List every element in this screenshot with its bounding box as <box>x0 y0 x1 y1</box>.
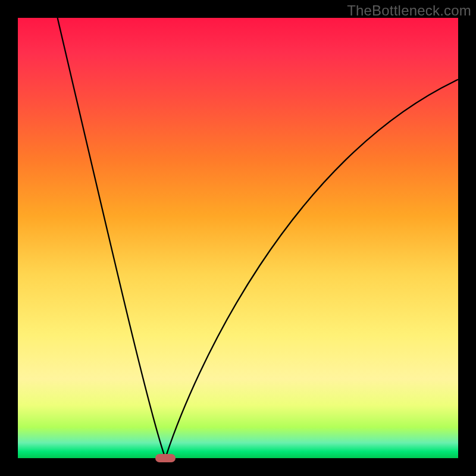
curve-path <box>58 18 458 458</box>
optimum-marker <box>155 454 175 462</box>
chart-frame: TheBottleneck.com <box>0 0 476 476</box>
watermark-text: TheBottleneck.com <box>347 2 471 19</box>
chart-plot-area <box>18 18 458 458</box>
bottleneck-curve <box>18 18 458 458</box>
